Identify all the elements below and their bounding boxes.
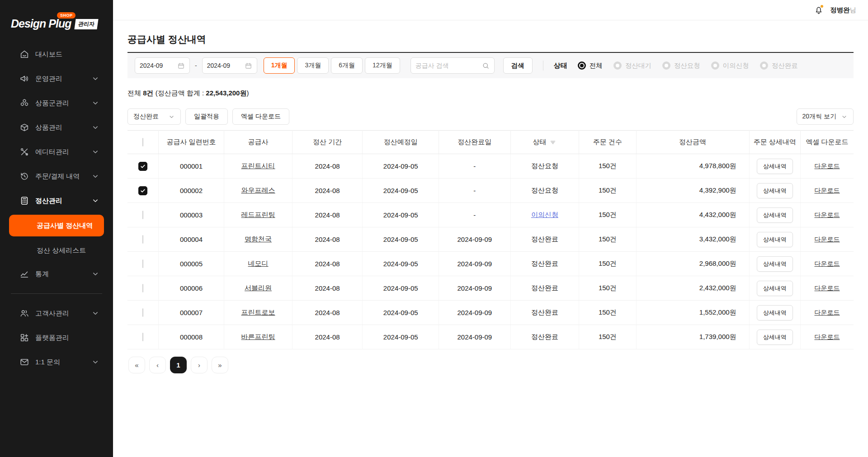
period-button-6개월[interactable]: 6개월: [331, 57, 363, 74]
download-link[interactable]: 다운로드: [815, 187, 840, 194]
shop-badge: SHOP: [57, 12, 76, 19]
period-button-3개월[interactable]: 3개월: [297, 57, 329, 74]
detail-button[interactable]: 상세내역: [757, 183, 793, 198]
sidebar-item-cubes[interactable]: 상품군관리: [0, 91, 113, 115]
status-radio-전체[interactable]: 전체: [578, 61, 603, 70]
summary-count: 8건: [143, 89, 153, 97]
cell-order-count: 150건: [579, 301, 636, 325]
pagination-page-1[interactable]: 1: [170, 357, 187, 373]
pagination-prev[interactable]: ‹: [149, 357, 166, 373]
filter-icon[interactable]: [549, 139, 557, 146]
status-link[interactable]: 이의신청: [531, 211, 558, 218]
sidebar: Design Plug SHOP 관리자 대시보드운영관리상품군관리상품관리에디…: [0, 0, 113, 457]
search-button[interactable]: 검색: [503, 57, 533, 74]
cell-amount: 4,978,800원: [636, 154, 749, 179]
row-checkbox[interactable]: [142, 333, 143, 341]
supplier-link[interactable]: 프린트시티: [241, 162, 275, 170]
summary-suffix: ): [246, 89, 249, 97]
cell-order-count: 150건: [579, 179, 636, 203]
radio-icon: [578, 61, 586, 70]
sidebar-item-history[interactable]: 주문/결제 내역: [0, 164, 113, 188]
sidebar-item-calculator[interactable]: 정산관리: [0, 188, 113, 213]
supplier-link[interactable]: 프린트로보: [241, 308, 275, 316]
download-link[interactable]: 다운로드: [815, 309, 840, 316]
sidebar-subitem[interactable]: 공급사별 정산내역: [9, 215, 104, 236]
pagination-next[interactable]: ›: [191, 357, 208, 373]
supplier-link[interactable]: 네모디: [248, 259, 269, 267]
select-all-checkbox[interactable]: [142, 138, 143, 146]
row-checkbox[interactable]: [142, 211, 143, 219]
bulk-apply-button[interactable]: 일괄적용: [185, 108, 228, 125]
download-link[interactable]: 다운로드: [815, 260, 840, 267]
notification-dot: [821, 5, 823, 8]
row-checkbox[interactable]: [142, 284, 143, 292]
detail-button[interactable]: 상세내역: [757, 305, 793, 320]
excel-download-button[interactable]: 엑셀 다운로드: [232, 108, 289, 125]
detail-button[interactable]: 상세내역: [757, 281, 793, 296]
settlement-table: 공급사 일련번호 공급사 정산 기간 정산예정일 정산완료일 상태 주문 건수 …: [127, 130, 854, 349]
download-link[interactable]: 다운로드: [815, 162, 840, 170]
row-checkbox[interactable]: [138, 162, 147, 171]
sidebar-item-platform[interactable]: 플랫폼관리: [0, 325, 113, 350]
calendar-icon: [245, 62, 252, 70]
status-text: 정산요청: [531, 186, 558, 194]
sidebar-item-label: 주문/결제 내역: [35, 172, 80, 181]
pagination-last[interactable]: »: [212, 357, 228, 373]
date-to-input[interactable]: 2024-09: [202, 57, 257, 74]
user-name[interactable]: 정병완님: [830, 6, 856, 14]
row-checkbox[interactable]: [138, 186, 147, 195]
sidebar-item-label: 에디터관리: [35, 148, 69, 156]
sidebar-item-editor[interactable]: 에디터관리: [0, 140, 113, 164]
table-row: 000008바른프린팅2024-082024-09-052024-09-09정산…: [127, 325, 854, 349]
sidebar-item-label: 정산관리: [35, 197, 62, 205]
row-checkbox[interactable]: [142, 235, 143, 244]
status-radio-이의신청[interactable]: 이의신청: [711, 61, 749, 70]
cell-due-date: 2024-09-05: [363, 154, 439, 179]
chevron-down-icon: [841, 113, 848, 120]
chevron-down-icon: [168, 113, 175, 120]
bell-icon[interactable]: [814, 5, 824, 15]
status-text: 정산요청: [531, 162, 558, 170]
status-text: 정산완료: [531, 259, 558, 267]
header-excel-download: 엑셀 다운로드: [801, 131, 854, 154]
detail-button[interactable]: 상세내역: [757, 256, 793, 272]
supplier-link[interactable]: 와우프레스: [241, 186, 275, 194]
supplier-link[interactable]: 레드프린팅: [241, 211, 275, 218]
detail-button[interactable]: 상세내역: [757, 207, 793, 223]
sidebar-subitem[interactable]: 정산 상세리스트: [0, 239, 113, 262]
page-size-select[interactable]: 20개씩 보기: [797, 108, 854, 125]
detail-button[interactable]: 상세내역: [757, 159, 793, 174]
sidebar-item-mail[interactable]: 1:1 문의: [0, 350, 113, 374]
period-button-12개월[interactable]: 12개월: [365, 57, 400, 74]
date-from-input[interactable]: 2024-09: [135, 57, 190, 74]
cell-order-count: 150건: [579, 325, 636, 349]
sidebar-item-megaphone[interactable]: 운영관리: [0, 66, 113, 91]
sidebar-item-people[interactable]: 고객사관리: [0, 301, 113, 325]
radio-icon: [711, 61, 719, 70]
download-link[interactable]: 다운로드: [815, 211, 840, 218]
pagination-first[interactable]: «: [128, 357, 145, 373]
status-radio-정산대기[interactable]: 정산대기: [613, 61, 651, 70]
download-link[interactable]: 다운로드: [815, 284, 840, 292]
download-link[interactable]: 다운로드: [815, 236, 840, 243]
status-radio-정산완료[interactable]: 정산완료: [760, 61, 798, 70]
cell-period: 2024-08: [292, 252, 363, 276]
row-checkbox[interactable]: [142, 308, 143, 317]
row-checkbox[interactable]: [142, 259, 143, 268]
search-input[interactable]: [415, 62, 482, 69]
download-link[interactable]: 다운로드: [815, 333, 840, 340]
sidebar-item-box[interactable]: 상품관리: [0, 115, 113, 140]
header-status: 상태: [510, 131, 579, 154]
header-order-detail: 주문 상세내역: [749, 131, 800, 154]
status-select-value: 정산완료: [133, 113, 159, 121]
supplier-link[interactable]: 명함천국: [245, 235, 272, 243]
status-radio-정산요청[interactable]: 정산요청: [662, 61, 700, 70]
supplier-link[interactable]: 바른프린팅: [241, 333, 275, 340]
detail-button[interactable]: 상세내역: [757, 330, 793, 345]
sidebar-item-chart[interactable]: 통계: [0, 262, 113, 286]
sidebar-item-home[interactable]: 대시보드: [0, 42, 113, 66]
status-select[interactable]: 정산완료: [127, 108, 181, 125]
supplier-link[interactable]: 서블리원: [245, 284, 272, 292]
detail-button[interactable]: 상세내역: [757, 232, 793, 247]
period-button-1개월[interactable]: 1개월: [264, 57, 295, 74]
